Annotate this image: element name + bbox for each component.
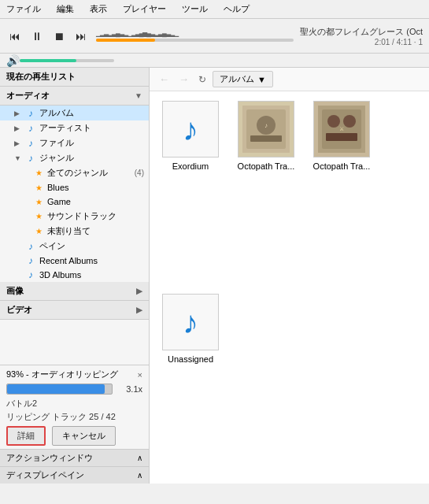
pane-label: ペイン: [39, 240, 144, 252]
display-pane-label: ディスプレイペイン: [6, 469, 84, 481]
transport-bar: ⏮ ⏸ ⏹ ⏭ ▁▂▃▂▃▄▃▂▁▂▃▄▅▄▃▂▃▄▃▂▁ 聖火の都フレイムグレ…: [0, 19, 429, 54]
svg-text:⚔: ⚔: [339, 126, 344, 132]
album-thumb-exordium: ♪: [162, 101, 219, 158]
album-music-icon: ♪: [25, 108, 36, 119]
file-label: ファイル: [39, 137, 144, 149]
sidebar-item-file[interactable]: ▶ ♪ ファイル: [0, 135, 149, 150]
sidebar-item-artist[interactable]: ▶ ♪ アーティスト: [0, 120, 149, 135]
view-dropdown[interactable]: アルバム ▼: [213, 71, 273, 87]
sidebar-item-all-genres[interactable]: ★ 全てのジャンル (4): [0, 165, 149, 180]
artist-music-icon: ♪: [25, 123, 36, 134]
album-label-unassigned: Unassigned: [168, 354, 213, 365]
forward-button[interactable]: →: [176, 72, 192, 87]
album-label-octopath2: Octopath Tra...: [313, 161, 371, 172]
album-label-exordium: Exordium: [172, 161, 209, 172]
ripping-bar-track: [6, 384, 113, 395]
stop-button[interactable]: ⏹: [50, 28, 68, 44]
album-thumb-octopath2: ⚔: [313, 101, 370, 158]
action-window-label: アクションウィンドウ: [6, 452, 93, 464]
sidebar-item-game[interactable]: ★ Game: [0, 195, 149, 209]
menu-tools[interactable]: ツール: [179, 2, 211, 17]
sidebar-item-soundtrack[interactable]: ★ サウンドトラック: [0, 209, 149, 224]
unassigned-label: 未割り当て: [47, 225, 144, 237]
ripping-bar-fill: [7, 384, 105, 394]
sidebar-item-pane[interactable]: ♪ ペイン: [0, 239, 149, 254]
album-item-octopath2[interactable]: ⚔ Octopath Tra...: [310, 101, 373, 281]
transport-controls: ⏮ ⏸ ⏹ ⏭: [6, 28, 90, 44]
sidebar-item-genre[interactable]: ▼ ♪ ジャンル: [0, 150, 149, 165]
image-arrow: ▶: [136, 287, 142, 295]
waveform: ▁▂▃▂▃▄▃▂▁▂▃▄▅▄▃▂▃▄▃▂▁: [96, 30, 294, 37]
ripping-close-button[interactable]: ×: [138, 370, 142, 380]
audio-section[interactable]: オーディオ ▼: [0, 87, 149, 106]
seek-track[interactable]: [96, 39, 294, 42]
ripping-speed: 3.1x: [119, 384, 142, 394]
album-item-exordium[interactable]: ♪ Exordium: [159, 101, 222, 281]
ripping-detail-button[interactable]: 詳細: [6, 426, 46, 446]
menu-view[interactable]: 表示: [87, 2, 110, 17]
game-label: Game: [47, 197, 144, 206]
volume-fill: [20, 59, 76, 62]
display-pane-panel[interactable]: ディスプレイペイン ∧: [0, 466, 149, 484]
svg-point-7: [327, 115, 340, 128]
sidebar-item-recent[interactable]: ♪ Recent Albums: [0, 254, 149, 268]
allgenre-label: 全てのジャンル: [47, 167, 131, 179]
video-label: ビデオ: [6, 304, 32, 316]
unassigned-star-icon: ★: [33, 226, 44, 237]
video-arrow: ▶: [136, 306, 142, 314]
sidebar-item-3d[interactable]: ♪ 3D Albums: [0, 268, 149, 282]
menu-file[interactable]: ファイル: [3, 2, 44, 17]
svg-rect-9: [326, 133, 357, 141]
view-label: アルバム: [220, 73, 254, 85]
prev-button[interactable]: ⏮: [6, 28, 24, 44]
content-toolbar: ← → ↻ アルバム ▼: [150, 68, 429, 91]
menu-player[interactable]: プレイヤー: [120, 2, 169, 17]
menu-bar: ファイル 編集 表示 プレイヤー ツール ヘルプ: [0, 0, 429, 19]
audio-arrow: ▼: [135, 91, 142, 100]
3d-music-icon: ♪: [25, 269, 36, 280]
seek-bar[interactable]: ▁▂▃▂▃▄▃▂▁▂▃▄▅▄▃▂▃▄▃▂▁: [96, 30, 294, 42]
playlist-section: 現在の再生リスト: [0, 68, 149, 87]
next-button[interactable]: ⏭: [72, 28, 90, 44]
action-window-panel[interactable]: アクションウィンドウ ∧: [0, 449, 149, 466]
sidebar: 現在の再生リスト オーディオ ▼ ▶ ♪ アルバム ▶ ♪ アーティスト ▶ ♪…: [0, 68, 150, 484]
back-button[interactable]: ←: [156, 72, 172, 87]
allgenre-star-icon: ★: [33, 168, 44, 179]
pause-button[interactable]: ⏸: [28, 28, 46, 44]
volume-bar-row: 🔊: [0, 54, 429, 68]
audio-label: オーディオ: [6, 90, 50, 102]
album-label-octopath1: Octopath Tra...: [238, 161, 295, 172]
artist-expander: ▶: [14, 124, 22, 132]
sidebar-item-album[interactable]: ▶ ♪ アルバム: [0, 106, 149, 120]
ripping-status: 93% - オーディオリッピング: [6, 369, 118, 380]
sidebar-item-unassigned[interactable]: ★ 未割り当て: [0, 224, 149, 239]
octopath1-art: ♪: [239, 102, 294, 157]
octopath2-art-svg: ⚔: [318, 106, 365, 153]
3d-label: 3D Albums: [39, 270, 144, 280]
album-thumb-octopath1: ♪: [238, 101, 294, 158]
genre-music-icon: ♪: [25, 153, 36, 164]
album-item-octopath1[interactable]: ♪ Octopath Tra...: [235, 101, 298, 281]
file-music-icon: ♪: [25, 138, 36, 149]
blues-label: Blues: [47, 183, 144, 192]
image-section[interactable]: 画像 ▶: [0, 282, 149, 301]
playlist-title: 現在の再生リスト: [6, 71, 76, 83]
menu-help[interactable]: ヘルプ: [220, 2, 253, 17]
genre-label: ジャンル: [39, 152, 144, 164]
volume-slider[interactable]: [20, 59, 114, 62]
artist-label: アーティスト: [39, 122, 144, 134]
video-section[interactable]: ビデオ ▶: [0, 301, 149, 320]
track-title: 聖火の都フレイムグレース (Oct: [300, 26, 423, 38]
recent-music-icon: ♪: [25, 255, 36, 266]
octopath1-art-svg: ♪: [242, 106, 290, 153]
menu-edit[interactable]: 編集: [54, 2, 77, 17]
ripping-buttons: 詳細 キャンセル: [6, 426, 142, 446]
main-area: 現在の再生リスト オーディオ ▼ ▶ ♪ アルバム ▶ ♪ アーティスト ▶ ♪…: [0, 68, 429, 484]
octopath2-art: ⚔: [314, 102, 369, 157]
sidebar-item-blues[interactable]: ★ Blues: [0, 180, 149, 195]
album-item-unassigned[interactable]: ♪ Unassigned: [159, 294, 222, 474]
ripping-track-name: バトル2: [6, 398, 142, 410]
refresh-button[interactable]: ↻: [195, 72, 209, 87]
action-window-arrow: ∧: [137, 454, 142, 462]
ripping-cancel-button[interactable]: キャンセル: [52, 426, 116, 446]
